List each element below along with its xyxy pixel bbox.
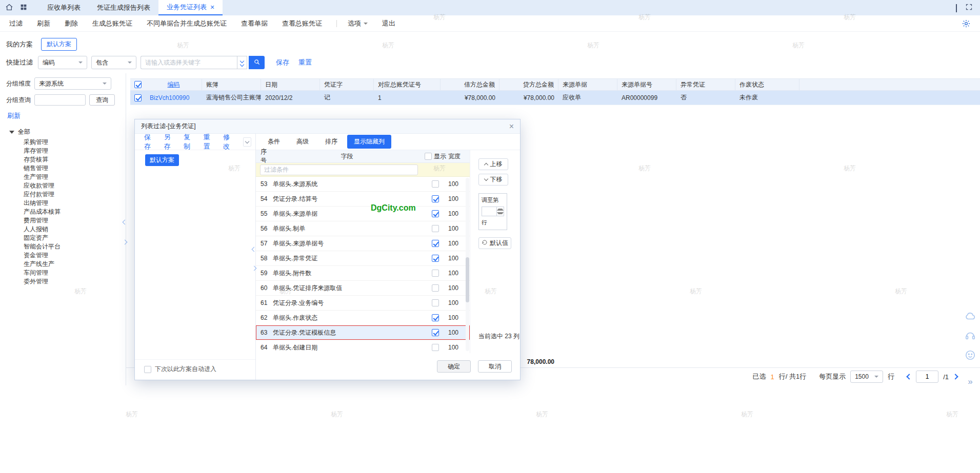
column-header[interactable]: 编码 xyxy=(146,79,202,90)
column-header[interactable]: 日期 xyxy=(261,79,320,90)
collapse-sidebar-handle[interactable] xyxy=(123,218,127,225)
show-all-checkbox[interactable] xyxy=(425,153,432,160)
tree-item[interactable]: 库存管理 xyxy=(6,147,126,155)
grid-row[interactable]: 54 凭证分录.结算号 100 xyxy=(256,192,470,207)
page-number-input[interactable] xyxy=(916,371,938,383)
column-header[interactable]: 贷方总金额 xyxy=(499,79,558,90)
filter-field-select[interactable]: 编码 xyxy=(38,56,87,69)
headset-icon[interactable] xyxy=(965,330,976,343)
expand-sidebar-handle[interactable] xyxy=(123,238,127,245)
close-icon[interactable]: × xyxy=(210,4,214,11)
apps-grid-icon[interactable] xyxy=(19,3,28,13)
field-filter-input[interactable] xyxy=(260,164,418,175)
spinner-down-icon[interactable] xyxy=(497,212,504,216)
toolbar-button[interactable]: 不同单据合并生成总账凭证 xyxy=(147,19,227,28)
page-tab[interactable]: 业务凭证列表 × xyxy=(158,0,223,15)
tree-item[interactable]: 人人报销 xyxy=(6,225,126,234)
column-header[interactable]: 作废状态 xyxy=(735,79,799,90)
toolbar-button[interactable]: 选项 xyxy=(336,19,368,28)
tree-item[interactable]: 委外管理 xyxy=(6,277,126,286)
scrollbar-thumb[interactable] xyxy=(466,257,469,302)
tree-item[interactable]: 应收款管理 xyxy=(6,181,126,190)
home-icon[interactable] xyxy=(5,3,13,13)
collapse-panel-handle[interactable] xyxy=(252,245,256,253)
show-checkbox[interactable] xyxy=(432,344,439,351)
prev-page-icon[interactable] xyxy=(906,374,912,379)
toolbar-button[interactable]: 刷新 xyxy=(37,19,50,28)
dialog-tab[interactable]: 排序 xyxy=(318,135,344,149)
scheme-action-link[interactable]: 保存 xyxy=(144,133,156,151)
double-chevron-right-icon[interactable]: » xyxy=(968,377,972,386)
scheme-action-link[interactable]: 另存 xyxy=(164,133,176,151)
tree-item[interactable]: 销售管理 xyxy=(6,164,126,173)
scheme-action-link[interactable]: 复制 xyxy=(184,133,196,151)
page-tab[interactable]: 凭证生成报告列表 × xyxy=(89,0,158,15)
close-icon[interactable]: × xyxy=(509,122,514,131)
column-header[interactable]: 来源单据号 xyxy=(617,79,676,90)
toolbar-button[interactable]: 查看总账凭证 xyxy=(282,19,322,28)
cloud-icon[interactable] xyxy=(965,311,976,323)
filter-operator-select[interactable]: 包含 xyxy=(91,56,136,69)
show-checkbox[interactable] xyxy=(432,270,439,277)
ok-button[interactable]: 确定 xyxy=(437,360,471,373)
column-header[interactable]: 凭证字 xyxy=(320,79,374,90)
grid-row[interactable]: 64 单据头.创建日期 100 xyxy=(256,340,470,353)
scheme-action-link[interactable]: 修改 xyxy=(223,133,235,151)
group-query-button[interactable]: 查询 xyxy=(89,94,115,106)
show-checkbox[interactable] xyxy=(432,180,439,188)
search-button[interactable] xyxy=(249,56,265,69)
tree-item[interactable]: 智能会计平台 xyxy=(6,242,126,251)
chevron-down-icon[interactable] xyxy=(956,4,957,11)
group-dimension-select[interactable]: 来源系统 xyxy=(34,77,111,90)
move-to-row-input[interactable] xyxy=(482,207,496,216)
default-scheme-button[interactable]: 默认方案 xyxy=(41,38,77,51)
auto-enter-checkbox[interactable] xyxy=(144,366,151,373)
tree-expander-icon[interactable] xyxy=(9,131,14,134)
page-size-select[interactable]: 1500 xyxy=(850,371,883,383)
grid-row[interactable]: 63 凭证分录.凭证模板信息 100 xyxy=(256,325,470,340)
show-checkbox[interactable] xyxy=(432,314,439,321)
tree-item[interactable]: 存货核算 xyxy=(6,155,126,164)
expand-icon[interactable] xyxy=(965,3,973,12)
dialog-tab[interactable]: 条件 xyxy=(261,135,287,149)
sidebar-refresh-link[interactable]: 刷新 xyxy=(7,111,21,120)
grid-row[interactable]: 58 单据头.异常凭证 100 xyxy=(256,251,470,266)
grid-row[interactable]: 55 单据头.来源单据 100 xyxy=(256,207,470,221)
toolbar-button[interactable]: 查看单据 xyxy=(241,19,268,28)
default-value-button[interactable]: 默认值 xyxy=(478,237,511,249)
expand-panel-handle[interactable] xyxy=(252,264,256,272)
show-checkbox[interactable] xyxy=(432,299,439,306)
column-header[interactable]: 对应总账凭证号 xyxy=(374,79,441,90)
gear-icon[interactable] xyxy=(962,19,971,28)
tree-item[interactable]: 资金管理 xyxy=(6,251,126,260)
tree-item[interactable]: 应付款管理 xyxy=(6,190,126,199)
column-header[interactable]: 异常凭证 xyxy=(676,79,735,90)
grid-row[interactable]: 60 单据头.凭证排序来源取值 100 xyxy=(256,281,470,296)
tree-item[interactable]: 生产线生产 xyxy=(6,260,126,269)
dialog-tab[interactable]: 高级 xyxy=(290,135,315,149)
grid-scrollbar[interactable] xyxy=(466,178,469,351)
grid-row[interactable]: 62 单据头.作废状态 100 xyxy=(256,311,470,325)
tree-item[interactable]: 采购管理 xyxy=(6,138,126,147)
next-page-icon[interactable] xyxy=(952,374,958,379)
reset-filter-link[interactable]: 重置 xyxy=(298,58,312,67)
show-checkbox[interactable] xyxy=(432,284,439,292)
scheme-action-link[interactable]: 重置 xyxy=(204,133,216,151)
tree-item[interactable]: 车间管理 xyxy=(6,269,126,277)
move-up-button[interactable]: 上移 xyxy=(478,158,508,170)
tree-item[interactable]: 费用管理 xyxy=(6,216,126,225)
toolbar-button[interactable]: 退出 xyxy=(382,19,395,28)
page-tab[interactable]: 应收单列表 × xyxy=(39,0,89,15)
grid-row[interactable]: 59 单据头.附件数 100 xyxy=(256,266,470,281)
group-query-input[interactable] xyxy=(34,94,86,106)
grid-row[interactable]: 53 单据头.来源系统 100 xyxy=(256,177,470,192)
tree-item[interactable]: 生产管理 xyxy=(6,173,126,181)
lookup-toggle-icon[interactable] xyxy=(237,56,247,69)
more-actions-icon[interactable] xyxy=(243,137,251,147)
column-header[interactable]: 账簿 xyxy=(202,79,261,90)
column-header[interactable]: 借方总金额 xyxy=(441,79,499,90)
show-checkbox[interactable] xyxy=(432,240,439,247)
cancel-button[interactable]: 取消 xyxy=(478,360,512,373)
move-down-button[interactable]: 下移 xyxy=(478,174,508,186)
tree-item[interactable]: 产品成本核算 xyxy=(6,208,126,216)
